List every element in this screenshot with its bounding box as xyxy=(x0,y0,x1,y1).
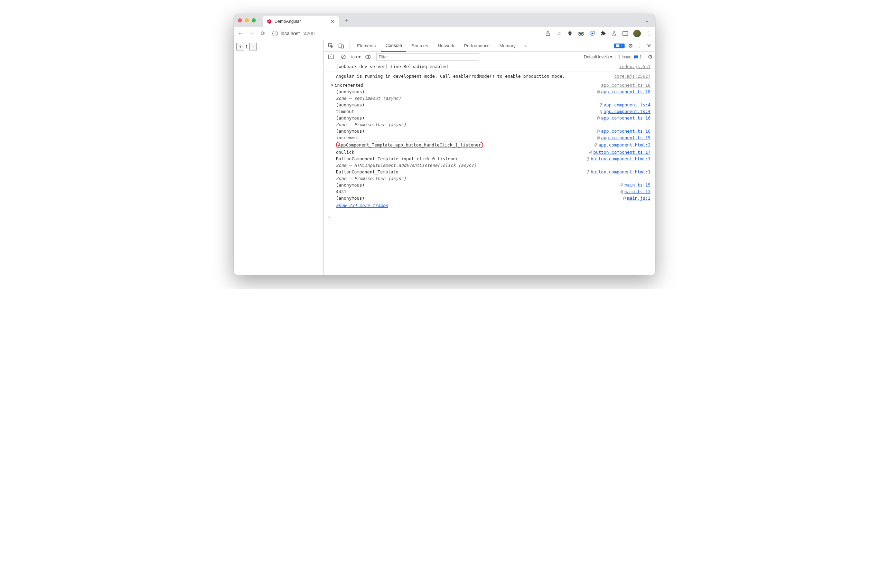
new-tab-button[interactable]: + xyxy=(345,17,349,24)
back-button[interactable]: ← xyxy=(237,30,244,37)
profile-avatar[interactable] xyxy=(633,30,641,37)
decrement-button[interactable]: - xyxy=(249,43,257,51)
log-row: Angular is running in development mode. … xyxy=(323,72,655,81)
source-link[interactable]: app.component.html:2 xyxy=(598,142,650,147)
device-toolbar-icon[interactable] xyxy=(337,42,345,51)
devtools-close-icon[interactable]: ✕ xyxy=(645,42,653,49)
live-expression-icon[interactable] xyxy=(364,52,373,62)
stack-frame: Zone — Promise.then (async) xyxy=(336,175,650,182)
counter-widget: + 1 - xyxy=(236,43,320,51)
source-link[interactable]: button.component.html:1 xyxy=(591,156,650,161)
tab-console[interactable]: Console xyxy=(381,40,406,52)
console-sidebar-toggle-icon[interactable] xyxy=(326,52,335,62)
incognito-icon[interactable] xyxy=(578,30,584,37)
at-separator: @ xyxy=(597,135,600,140)
svg-rect-13 xyxy=(341,45,343,48)
stack-group-header[interactable]: ▼ incremented app.component.ts:18 xyxy=(323,81,655,88)
maximize-window-button[interactable] xyxy=(252,18,256,22)
stack-frame: onClick@button.component.ts:17 xyxy=(336,149,650,156)
log-levels-selector[interactable]: Default levels▾ xyxy=(584,55,612,59)
source-link[interactable]: button.component.ts:17 xyxy=(593,150,650,155)
browser-menu-icon[interactable]: ⋮ xyxy=(646,30,652,37)
show-more-frames-link[interactable]: Show 234 more frames xyxy=(336,201,650,211)
log-message: [webpack-dev-server] Live Reloading enab… xyxy=(336,63,619,70)
tab-memory[interactable]: Memory xyxy=(495,40,520,52)
extension-eye-icon[interactable] xyxy=(589,30,595,37)
extensions-icon[interactable] xyxy=(600,30,606,37)
bookmark-icon[interactable]: ☆ xyxy=(556,30,562,37)
messages-badge[interactable]: 1 xyxy=(614,44,625,48)
page-viewport: + 1 - xyxy=(234,40,323,275)
svg-point-2 xyxy=(569,33,570,33)
source-link[interactable]: button.component.html:1 xyxy=(591,169,650,174)
svg-point-3 xyxy=(570,33,571,33)
source-link[interactable]: app.component.ts:15 xyxy=(601,135,650,140)
context-selector[interactable]: top▾ xyxy=(351,55,360,59)
disclosure-triangle-icon[interactable]: ▼ xyxy=(331,83,333,87)
stack-frame: 4431@main.ts:13 xyxy=(336,188,650,195)
source-link[interactable]: main.ts:15 xyxy=(625,182,650,188)
stack-frame: timeout@app.component.ts:4 xyxy=(336,108,650,115)
devtools-panel: Elements Console Sources Network Perform… xyxy=(323,40,655,275)
svg-point-8 xyxy=(592,33,593,34)
share-icon[interactable] xyxy=(545,30,551,37)
frame-function: (anonymous) xyxy=(336,129,365,134)
tab-performance[interactable]: Performance xyxy=(460,40,494,52)
increment-button[interactable]: + xyxy=(236,43,244,51)
source-link[interactable]: main.ts:13 xyxy=(625,189,650,194)
frame-function: timeout xyxy=(336,109,354,114)
at-separator: @ xyxy=(620,182,623,188)
titlebar: DemoAngular ✕ + ⌄ xyxy=(234,14,655,27)
devtools-menu-icon[interactable]: ⋮ xyxy=(636,42,642,49)
at-separator: @ xyxy=(587,156,589,161)
content-area: + 1 - Elements Console Sources Network P xyxy=(234,40,655,275)
url-port: :4200 xyxy=(302,31,315,36)
tabs-dropdown-button[interactable]: ⌄ xyxy=(643,18,651,23)
source-link[interactable]: main.js:2 xyxy=(627,195,650,201)
frame-function: (anonymous) xyxy=(336,195,365,201)
address-field[interactable]: i localhost:4200 xyxy=(272,31,315,36)
source-link[interactable]: app.component.ts:4 xyxy=(604,109,650,114)
tab-sources[interactable]: Sources xyxy=(407,40,432,52)
stack-trace: (anonymous)@app.component.ts:18Zone — se… xyxy=(323,88,655,213)
svg-line-16 xyxy=(342,56,345,58)
source-link[interactable]: app.component.ts:4 xyxy=(604,102,650,108)
svg-point-6 xyxy=(581,33,583,35)
tab-elements[interactable]: Elements xyxy=(353,40,380,52)
frame-function: Zone — Promise.then (async) xyxy=(336,176,406,181)
close-window-button[interactable] xyxy=(238,18,242,22)
at-separator: @ xyxy=(595,142,597,147)
source-link[interactable]: app.component.ts:18 xyxy=(601,82,650,88)
at-separator: @ xyxy=(597,129,600,134)
at-separator: @ xyxy=(597,89,600,94)
issues-button[interactable]: 1 Issue: 1 xyxy=(616,54,644,60)
frame-function: ButtonComponent_Template_input_click_0_l… xyxy=(336,156,458,161)
site-info-icon[interactable]: i xyxy=(272,31,278,36)
clear-console-icon[interactable] xyxy=(339,52,348,62)
source-link[interactable]: core.mjs:25627 xyxy=(614,73,650,80)
side-panel-icon[interactable] xyxy=(622,30,628,37)
inspect-element-icon[interactable] xyxy=(326,42,335,51)
minimize-window-button[interactable] xyxy=(245,18,249,22)
tab-close-button[interactable]: ✕ xyxy=(330,19,335,24)
at-separator: @ xyxy=(623,195,626,201)
frame-function: 4431 xyxy=(336,189,346,194)
browser-tab[interactable]: DemoAngular ✕ xyxy=(263,16,339,27)
forward-button[interactable]: → xyxy=(248,30,255,37)
settings-icon[interactable]: ⚙ xyxy=(628,42,633,49)
window-controls xyxy=(238,18,256,22)
source-link[interactable]: app.component.ts:18 xyxy=(601,89,650,94)
extension-skull-icon[interactable] xyxy=(567,30,573,37)
filter-input[interactable] xyxy=(376,53,479,61)
source-link[interactable]: app.component.ts:16 xyxy=(601,116,650,121)
more-tabs-icon[interactable]: » xyxy=(521,42,530,51)
console-output: [webpack-dev-server] Live Reloading enab… xyxy=(323,62,655,275)
console-settings-icon[interactable]: ⚙ xyxy=(648,54,653,60)
source-link[interactable]: app.component.ts:16 xyxy=(601,129,650,134)
labs-icon[interactable] xyxy=(611,30,617,37)
tab-network[interactable]: Network xyxy=(434,40,459,52)
frame-function: AppComponent_Template_app_button_handleC… xyxy=(336,142,483,148)
source-link[interactable]: index.js:551 xyxy=(619,63,650,70)
reload-button[interactable]: ⟳ xyxy=(259,30,266,37)
console-prompt[interactable]: › xyxy=(323,213,655,221)
